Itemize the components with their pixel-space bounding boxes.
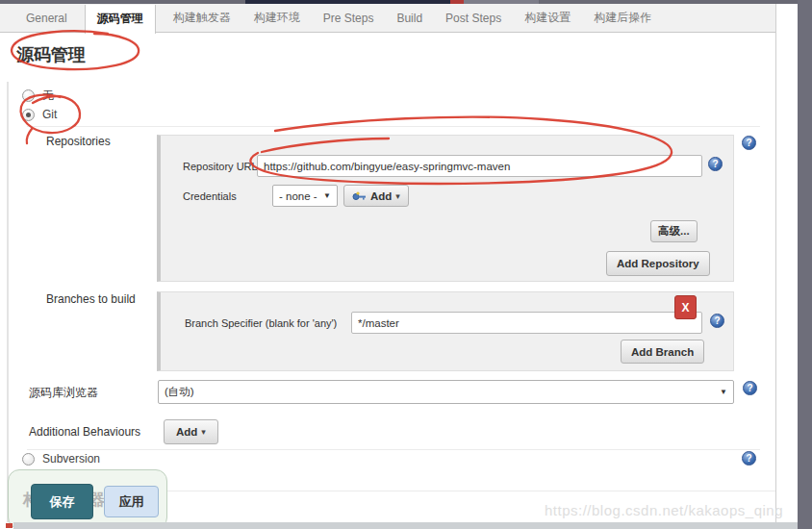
select-caret-icon: ▼	[720, 388, 727, 396]
credentials-selected-value: - none -	[279, 190, 317, 202]
tab-post-build-actions[interactable]: 构建后操作	[594, 10, 651, 26]
red-annotation-git-tail	[27, 129, 32, 143]
radio-subversion-icon[interactable]	[22, 453, 35, 466]
tab-post-steps[interactable]: Post Steps	[445, 12, 501, 25]
branch-specifier-input[interactable]	[351, 312, 702, 334]
csdn-watermark: https://blog.csdn.net/kakaops_qing	[545, 502, 783, 518]
add-repository-label: Add Repository	[617, 258, 699, 269]
section-heading: 源码管理	[16, 43, 86, 66]
additional-add-label: Add	[176, 426, 197, 438]
help-icon[interactable]: ?	[742, 451, 756, 466]
jenkins-scm-config-page: General 源码管理 构建触发器 构建环境 Pre Steps Build …	[0, 0, 812, 529]
advanced-button-label: 高级...	[658, 224, 690, 239]
credentials-select[interactable]: - none - ▼	[272, 185, 338, 207]
save-button[interactable]: 保存	[31, 484, 93, 519]
config-tab-bar: General 源码管理 构建触发器 构建环境 Pre Steps Build …	[0, 4, 775, 33]
apply-button[interactable]: 应用	[104, 486, 159, 517]
repositories-section-label: Repositories	[46, 135, 111, 148]
help-icon[interactable]: ?	[710, 314, 724, 328]
scm-option-git[interactable]: Git	[22, 108, 57, 121]
additional-behaviours-label: Additional Behaviours	[29, 425, 140, 439]
radio-none-icon[interactable]	[22, 89, 35, 102]
tab-build-triggers[interactable]: 构建触发器	[173, 10, 231, 26]
tab-build-environment[interactable]: 构建环境	[254, 10, 300, 26]
form-left-rail	[7, 82, 9, 522]
tab-build-settings[interactable]: 构建设置	[524, 10, 571, 26]
advanced-button[interactable]: 高级...	[650, 220, 698, 242]
select-caret-icon: ▼	[323, 191, 331, 200]
radio-git-label: Git	[42, 108, 57, 121]
radio-none-label: 无	[42, 88, 54, 104]
add-credentials-button[interactable]: Add ▾	[343, 185, 409, 207]
window-right-edge	[798, 0, 812, 529]
repository-url-input[interactable]	[257, 155, 702, 177]
repo-browser-label: 源码库浏览器	[29, 385, 98, 401]
help-icon[interactable]: ?	[742, 136, 756, 150]
caret-down-icon: ▾	[201, 427, 206, 437]
divider	[27, 449, 760, 450]
window-bottom-strip	[13, 522, 798, 529]
content-right-border	[775, 4, 776, 522]
tab-general[interactable]: General	[26, 12, 67, 25]
bottom-red-pen-mark	[6, 523, 13, 528]
radio-git-icon[interactable]	[22, 109, 35, 121]
tab-source-code-management[interactable]: 源码管理	[85, 5, 156, 34]
key-icon	[352, 191, 367, 201]
credentials-label: Credentials	[183, 190, 237, 202]
add-branch-button[interactable]: Add Branch	[621, 340, 704, 364]
additional-add-button[interactable]: Add ▾	[164, 419, 218, 444]
radio-subversion-label: Subversion	[42, 452, 100, 466]
repo-browser-selected-value: (自动)	[165, 385, 194, 399]
delete-branch-button[interactable]: X	[674, 295, 697, 319]
tab-build[interactable]: Build	[396, 12, 422, 25]
window-top-light-fragment	[464, 0, 539, 4]
caret-down-icon: ▾	[395, 191, 400, 201]
add-branch-label: Add Branch	[631, 346, 694, 358]
help-icon[interactable]: ?	[708, 157, 723, 171]
scm-option-subversion[interactable]: Subversion	[22, 452, 100, 466]
help-icon[interactable]: ?	[743, 381, 757, 395]
branch-specifier-label: Branch Specifier (blank for 'any')	[185, 317, 337, 329]
branches-section-label: Branches to build	[46, 292, 136, 306]
window-top-titlebar-fragment	[245, 0, 452, 4]
tab-pre-steps[interactable]: Pre Steps	[323, 12, 374, 25]
divider	[27, 126, 760, 127]
repository-url-label: Repository URL	[183, 161, 258, 172]
window-top-red-fragment	[450, 0, 464, 4]
repo-browser-select[interactable]: (自动) ▼	[158, 380, 734, 404]
scm-option-none[interactable]: 无	[22, 88, 54, 104]
add-credentials-label: Add	[370, 190, 392, 202]
add-repository-button[interactable]: Add Repository	[606, 251, 710, 276]
